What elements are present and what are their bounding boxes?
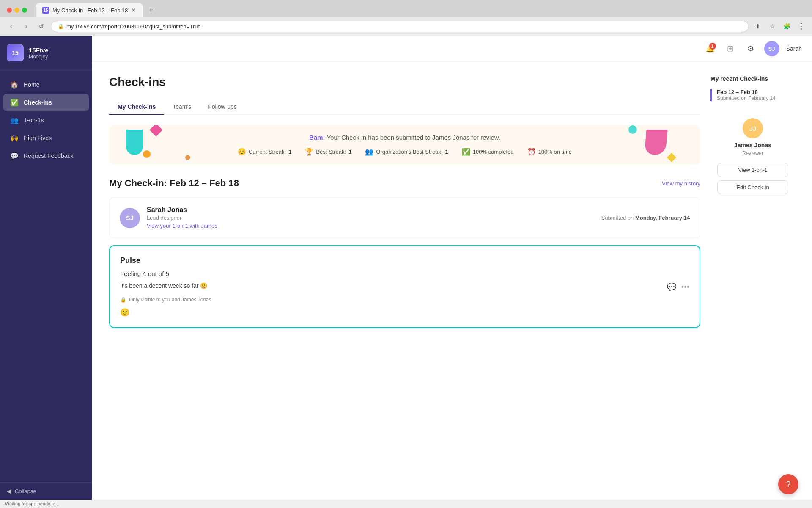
sidebar-item-home-label: Home (24, 81, 39, 88)
tab-followups[interactable]: Follow-ups (200, 99, 245, 115)
comment-btn[interactable]: 💬 (667, 282, 676, 292)
sidebar-item-requestfeedback-label: Request Feedback (24, 152, 74, 159)
view-history-link[interactable]: View my history (662, 180, 700, 187)
recent-checkin-sub: Submitted on February 14 (717, 95, 795, 101)
banner-message-text: Your Check-in has been submitted to Jame… (325, 134, 500, 141)
banner-message: Bam! Your Check-in has been submitted to… (123, 134, 687, 141)
pulse-visibility: 🔒 Only visible to you and James Jonas. (120, 297, 689, 303)
minimize-window-btn[interactable] (14, 8, 19, 13)
pulse-content-row: It's been a decent week so far 😀 💬 ••• (120, 282, 689, 292)
pulse-title: Pulse (120, 256, 689, 265)
edit-checkin-btn[interactable]: Edit Check-in (717, 180, 788, 194)
reload-btn[interactable]: ↺ (36, 20, 47, 32)
reviewer-role: Reviewer (742, 150, 763, 156)
right-sidebar: My recent Check-ins Feb 12 – Feb 18 Subm… (710, 75, 795, 335)
notifications-btn[interactable]: 🔔 1 (703, 42, 717, 55)
sidebar-item-checkins[interactable]: ✅ Check-ins (3, 94, 89, 111)
pulse-feeling: Feeling 4 out of 5 (120, 270, 689, 277)
back-btn[interactable]: ‹ (5, 20, 17, 32)
reviewer-name: James Jonas (734, 142, 771, 149)
new-tab-btn[interactable]: + (145, 4, 156, 16)
user-card-role: Lead designer (147, 215, 595, 221)
sidebar-item-requestfeedback[interactable]: 💬 Request Feedback (3, 147, 89, 164)
user-card: SJ Sarah Jonas Lead designer View your 1… (109, 197, 700, 238)
recent-checkin-item: Feb 12 – Feb 18 Submitted on February 14 (710, 89, 795, 101)
forward-btn[interactable]: › (20, 20, 32, 32)
best-streak-label: Best Streak: (316, 149, 346, 155)
window-controls (3, 8, 30, 13)
reviewer-card: JJ James Jonas Reviewer View 1-on-1 Edit… (710, 111, 795, 204)
user-avatar[interactable]: SJ (764, 41, 779, 56)
emoji-reaction-btn[interactable]: 🙂 (120, 308, 689, 317)
extensions-btn[interactable]: 🧩 (781, 20, 793, 32)
clock-icon: ⏰ (527, 148, 536, 156)
completed-label: 100% completed (473, 149, 514, 155)
sidebar-collapse-btn[interactable]: ◀ Collapse (0, 482, 92, 500)
tab-my-checkins[interactable]: My Check-ins (109, 99, 164, 115)
org-streak-value: 1 (445, 149, 448, 155)
home-icon: 🏠 (10, 80, 19, 89)
deco-shape-4 (185, 155, 190, 160)
checkins-icon: ✅ (10, 98, 19, 107)
browser-menu-btn[interactable]: ⋮ (795, 20, 807, 32)
sidebar-item-home[interactable]: 🏠 Home (3, 76, 89, 93)
recent-checkins-title: My recent Check-ins (710, 75, 795, 82)
sidebar-item-highfives[interactable]: 🙌 High Fives (3, 130, 89, 146)
content-left: Check-ins My Check-ins Team's Follow-ups (109, 75, 700, 335)
ontime-stat: ⏰ 100% on time (527, 148, 572, 156)
app-logo-inner: 15 (7, 44, 24, 61)
grid-btn[interactable]: ⊞ (724, 42, 737, 55)
sidebar-nav: 🏠 Home ✅ Check-ins 👥 1-on-1s 🙌 High Five… (0, 70, 92, 482)
visibility-text: Only visible to you and James Jonas. (129, 297, 213, 303)
sidebar-item-highfives-label: High Fives (24, 135, 52, 141)
completed-stat: ✅ 100% completed (462, 148, 514, 156)
bookmark-btn[interactable]: ☆ (766, 20, 778, 32)
submitted-date: Monday, February 14 (635, 215, 690, 221)
main-content: 🔔 1 ⊞ ⚙ SJ Sarah Check-ins My Check-ins … (92, 36, 812, 500)
user-card-meta: Submitted on Monday, February 14 (601, 215, 690, 221)
sidebar: 15 15Five Moodjoy 🏠 Home ✅ Check-ins 👥 1… (0, 36, 92, 500)
tab-bar: 15 My Check-in · Feb 12 – Feb 18 ✕ + (0, 0, 812, 17)
check-icon: ✅ (462, 148, 470, 156)
view-1on1-btn[interactable]: View 1-on-1 (717, 163, 788, 177)
sidebar-header: 15 15Five Moodjoy (0, 36, 92, 70)
requestfeedback-icon: 💬 (10, 152, 19, 160)
url-text: my.15five.com/report/120031160/?just_sub… (66, 23, 201, 30)
share-btn[interactable]: ⬆ (752, 20, 764, 32)
settings-btn[interactable]: ⚙ (744, 42, 757, 55)
deco-shape-6 (628, 125, 637, 134)
view-1on1-link[interactable]: View your 1-on-1 with James (147, 223, 217, 229)
org-streak-stat: 👥 Organization's Best Streak: 1 (365, 148, 448, 156)
page-title: Check-ins (109, 75, 700, 89)
lock-icon: 🔒 (120, 297, 126, 303)
maximize-window-btn[interactable] (22, 8, 27, 13)
lock-icon: 🔒 (58, 24, 64, 29)
grid-icon: ⊞ (727, 44, 733, 53)
app: 15 15Five Moodjoy 🏠 Home ✅ Check-ins 👥 1… (0, 36, 812, 500)
bam-text: Bam! (309, 134, 325, 141)
collapse-chevron-icon: ◀ (7, 488, 11, 494)
status-bar: Waiting for app.pendo.io... (0, 500, 812, 508)
more-options-btn[interactable]: ••• (681, 283, 689, 292)
ontime-label: 100% on time (538, 149, 572, 155)
best-streak-stat: 🏆 Best Streak: 1 (305, 148, 351, 156)
reviewer-avatar: JJ (743, 118, 763, 138)
streak-icon: 😊 (238, 148, 246, 156)
collapse-label: Collapse (15, 488, 36, 494)
close-window-btn[interactable] (7, 8, 12, 13)
pulse-actions: 💬 ••• (667, 282, 689, 292)
pulse-text: It's been a decent week so far 😀 (120, 282, 207, 289)
help-btn[interactable]: ? (778, 474, 798, 494)
checkin-title: My Check-in: Feb 12 – Feb 18 (109, 178, 239, 189)
browser-chrome: 15 My Check-in · Feb 12 – Feb 18 ✕ + ‹ ›… (0, 0, 812, 36)
url-bar[interactable]: 🔒 my.15five.com/report/120031160/?just_s… (51, 21, 749, 32)
tab-close-btn[interactable]: ✕ (131, 7, 136, 14)
page-tabs: My Check-ins Team's Follow-ups (109, 99, 700, 115)
trophy-icon: 🏆 (305, 148, 313, 156)
active-tab[interactable]: 15 My Check-in · Feb 12 – Feb 18 ✕ (36, 3, 143, 17)
user-card-info: Sarah Jonas Lead designer View your 1-on… (147, 206, 595, 229)
gear-icon: ⚙ (747, 44, 754, 53)
notification-badge: 1 (709, 43, 716, 50)
sidebar-item-1on1s[interactable]: 👥 1-on-1s (3, 112, 89, 129)
tab-teams[interactable]: Team's (164, 99, 200, 115)
